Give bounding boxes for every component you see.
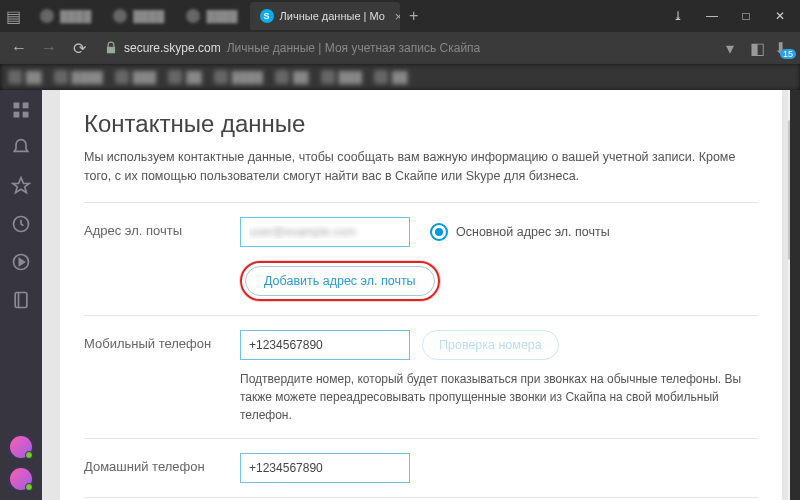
primary-email-radio[interactable]: Основной адрес эл. почты — [430, 223, 610, 241]
downloads-icon[interactable]: ⬇15 — [774, 39, 792, 57]
browser-titlebar: ▤ ████ ████ ████ S Личные данные | Mo × … — [0, 0, 800, 32]
url-domain: secure.skype.com — [124, 41, 221, 55]
page-content: Контактные данные Мы используем контактн… — [60, 90, 782, 500]
svg-rect-0 — [14, 103, 20, 109]
tutorial-highlight: Добавить адрес эл. почты — [240, 261, 440, 301]
section-email: Адрес эл. почты Основной адрес эл. почты — [84, 202, 758, 315]
apps-icon[interactable] — [11, 100, 31, 120]
section-work: Рабочий телефон — [84, 497, 758, 501]
add-email-button[interactable]: Добавить адрес эл. почты — [245, 266, 435, 296]
page-heading: Контактные данные — [84, 110, 758, 138]
tab-inactive[interactable]: ████ — [103, 2, 174, 30]
primary-email-label: Основной адрес эл. почты — [456, 225, 610, 239]
home-label: Домашний телефон — [84, 453, 224, 474]
page-viewport: Контактные данные Мы используем контактн… — [42, 90, 800, 500]
tab-inactive[interactable]: ████ — [30, 2, 101, 30]
window-maximize-button[interactable]: □ — [730, 2, 762, 30]
app-menu-icon[interactable]: ▤ — [4, 7, 22, 25]
svg-rect-3 — [23, 112, 29, 118]
clock-icon[interactable] — [11, 214, 31, 234]
back-button[interactable]: ← — [8, 37, 30, 59]
address-bar: ← → ⟳ secure.skype.com Личные данные | М… — [0, 32, 800, 64]
mobile-label: Мобильный телефон — [84, 330, 224, 351]
profile-avatar[interactable] — [8, 434, 34, 460]
play-icon[interactable] — [11, 252, 31, 272]
window-close-button[interactable]: ✕ — [764, 2, 796, 30]
tab-label: Личные данные | Mo — [280, 10, 385, 22]
tab-strip: ████ ████ ████ S Личные данные | Mo × + — [30, 2, 662, 30]
verify-number-button[interactable]: Проверка номера — [422, 330, 559, 360]
tab-inactive[interactable]: ████ — [176, 2, 247, 30]
radio-checked-icon — [430, 223, 448, 241]
section-mobile: Мобильный телефон Проверка номера Подтве… — [84, 315, 758, 438]
url-box[interactable]: secure.skype.com Личные данные | Моя уче… — [98, 36, 718, 60]
url-path: Личные данные | Моя учетная запись Скайп… — [227, 41, 481, 55]
lock-icon — [104, 41, 118, 55]
page-intro: Мы используем контактные данные, чтобы с… — [84, 148, 758, 186]
mobile-helper: Подтвердите номер, который будет показыв… — [240, 370, 758, 424]
bell-icon[interactable] — [11, 138, 31, 158]
presence-dot-icon — [25, 451, 33, 459]
bookmarks-bar[interactable]: ██ ████ ███ ██ ████ ██ ███ ██ — [0, 64, 800, 90]
presence-dot-icon — [25, 483, 33, 491]
window-scrollbar[interactable] — [790, 90, 800, 500]
svg-rect-6 — [15, 293, 27, 308]
svg-rect-2 — [14, 112, 20, 118]
browser-sidebar — [0, 90, 42, 500]
new-tab-button[interactable]: + — [402, 4, 426, 28]
tab-active[interactable]: S Личные данные | Mo × — [250, 2, 400, 30]
close-tab-icon[interactable]: × — [395, 9, 400, 24]
star-icon[interactable] — [11, 176, 31, 196]
section-home: Домашний телефон — [84, 438, 758, 497]
email-input[interactable] — [240, 217, 410, 247]
bookmark-icon[interactable]: ▾ — [726, 39, 744, 57]
email-label: Адрес эл. почты — [84, 217, 224, 238]
collections-icon[interactable] — [11, 290, 31, 310]
home-input[interactable] — [240, 453, 410, 483]
window-pin-icon[interactable]: ⤓ — [662, 2, 694, 30]
reload-button[interactable]: ⟳ — [68, 37, 90, 59]
skype-favicon-icon: S — [260, 9, 274, 23]
downloads-badge: 15 — [780, 49, 796, 59]
window-minimize-button[interactable]: — — [696, 2, 728, 30]
forward-button: → — [38, 37, 60, 59]
mobile-input[interactable] — [240, 330, 410, 360]
svg-rect-1 — [23, 103, 29, 109]
profile-avatar[interactable] — [8, 466, 34, 492]
extension-icon[interactable]: ◧ — [750, 39, 768, 57]
